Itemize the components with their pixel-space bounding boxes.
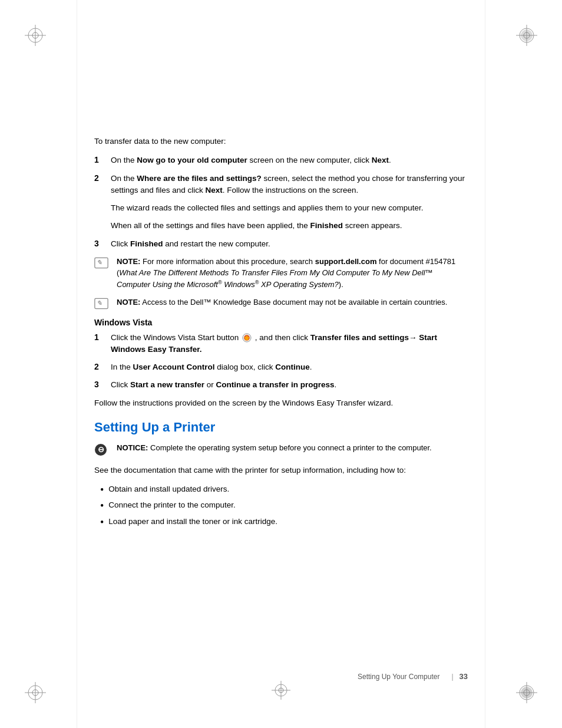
footer-pipe: | [451, 673, 453, 681]
left-border [77, 0, 77, 728]
svg-text:⊖: ⊖ [98, 445, 104, 454]
vista-step-text-3: Click Start a new transfer or Continue a… [111, 379, 468, 391]
vista-step-3: 3 Click Start a new transfer or Continue… [94, 379, 468, 391]
bullet-dot-3: • [100, 516, 104, 529]
bullet-text-2: Connect the printer to the computer. [108, 499, 235, 511]
step-1: 1 On the Now go to your old computer scr… [94, 154, 468, 166]
bullet-dot-1: • [100, 483, 104, 497]
follow-text: Follow the instructions provided on the … [94, 397, 468, 409]
corner-mark-bl [24, 669, 59, 704]
svg-point-8 [521, 29, 533, 41]
step-text-2: On the Where are the files and settings?… [111, 173, 468, 197]
setting-up-printer-title: Setting Up a Printer [94, 420, 468, 435]
footer-section: Setting Up Your Computer [358, 673, 439, 681]
step-text-3: Click Finished and restart the new compu… [111, 238, 468, 250]
vista-step-text-1: Click the Windows Vista Start button , a… [111, 332, 468, 356]
extra-para-1: The wizard reads the collected files and… [111, 202, 468, 214]
note-text-2: NOTE: Access to the Dell™ Knowledge Base… [117, 297, 447, 308]
vista-step-number-3: 3 [94, 379, 111, 389]
vista-step-number-2: 2 [94, 361, 111, 371]
windows-vista-heading: Windows Vista [94, 318, 468, 327]
bullet-text-1: Obtain and install updated drivers. [108, 483, 229, 495]
notice-box: ⊖ NOTICE: Complete the operating system … [94, 442, 468, 459]
windows-start-icon [242, 333, 252, 342]
step-number-1: 1 [94, 154, 111, 164]
page-footer: Setting Up Your Computer | 33 [94, 672, 468, 681]
note-icon-2: ✎ [94, 298, 113, 312]
corner-mark-bc [269, 678, 293, 704]
step-3: 3 Click Finished and restart the new com… [94, 238, 468, 250]
svg-text:✎: ✎ [97, 259, 102, 266]
corner-mark-br [503, 669, 538, 704]
right-border [485, 0, 485, 728]
bullet-item-2: • Connect the printer to the computer. [100, 499, 468, 513]
printer-bullet-list: • Obtain and install updated drivers. • … [100, 483, 468, 529]
note-icon-1: ✎ [94, 257, 113, 271]
vista-step-1: 1 Click the Windows Vista Start button ,… [94, 332, 468, 356]
step-number-2: 2 [94, 173, 111, 183]
svg-text:✎: ✎ [97, 299, 102, 307]
footer-page-number: 33 [459, 672, 468, 681]
corner-mark-tr [503, 24, 538, 59]
corner-mark-tl [24, 24, 59, 59]
page: To transfer data to the new computer: 1 … [0, 0, 562, 728]
bullet-text-3: Load paper and install the toner or ink … [108, 516, 277, 528]
step-2: 2 On the Where are the files and setting… [94, 173, 468, 197]
intro-text: To transfer data to the new computer: [94, 136, 468, 147]
printer-intro: See the documentation that came with the… [94, 465, 468, 476]
step-text-1: On the Now go to your old computer scree… [111, 154, 468, 166]
notice-text: NOTICE: Complete the operating system se… [117, 442, 432, 454]
svg-point-17 [521, 687, 533, 699]
notice-icon: ⊖ [94, 443, 113, 459]
content-area: To transfer data to the new computer: 1 … [94, 136, 468, 657]
note-1: ✎ NOTE: For more information about this … [94, 256, 468, 291]
extra-para-2: When all of the settings and files have … [111, 220, 468, 232]
bullet-item-1: • Obtain and install updated drivers. [100, 483, 468, 497]
vista-step-text-2: In the User Account Control dialog box, … [111, 361, 468, 373]
note-2: ✎ NOTE: Access to the Dell™ Knowledge Ba… [94, 297, 468, 312]
bullet-dot-2: • [100, 499, 104, 513]
bullet-item-3: • Load paper and install the toner or in… [100, 516, 468, 529]
vista-step-number-1: 1 [94, 332, 111, 342]
step-number-3: 3 [94, 238, 111, 248]
note-text-1: NOTE: For more information about this pr… [117, 256, 468, 291]
vista-step-2: 2 In the User Account Control dialog box… [94, 361, 468, 373]
